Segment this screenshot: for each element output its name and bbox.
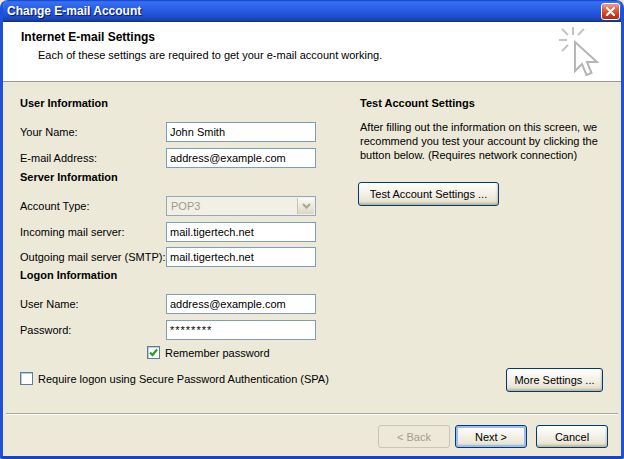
spa-checkbox-label: Require logon using Secure Password Auth… [38,373,329,385]
next-button[interactable]: Next > [455,425,527,448]
remember-password-label: Remember password [165,347,270,359]
dialog-window: Change E-mail Account Internet E-mail Se… [0,0,624,459]
back-button: < Back [378,425,450,448]
checkbox-unchecked-icon [20,372,33,385]
section-heading-logon-information: Logon Information [20,269,117,281]
your-name-label: Your Name: [20,122,78,142]
outgoing-server-label: Outgoing mail server (SMTP): [20,247,165,267]
chevron-down-icon [302,203,311,209]
spa-checkbox[interactable]: Require logon using Secure Password Auth… [20,372,329,385]
remember-password-checkbox[interactable]: Remember password [147,346,270,359]
section-heading-server-information: Server Information [20,171,118,183]
cancel-button[interactable]: Cancel [536,425,608,448]
outgoing-server-input[interactable] [166,247,316,267]
more-settings-button[interactable]: More Settings ... [506,368,603,392]
account-type-label: Account Type: [20,196,90,216]
section-heading-test-account-settings: Test Account Settings [360,97,475,109]
incoming-server-input[interactable] [166,222,316,242]
checkbox-checked-icon [147,346,160,359]
test-account-settings-button[interactable]: Test Account Settings ... [358,182,499,206]
account-type-value: POP3 [171,200,200,212]
section-heading-user-information: User Information [20,97,108,109]
close-button[interactable] [601,3,620,20]
email-address-input[interactable] [166,148,316,168]
email-address-label: E-mail Address: [20,148,97,168]
user-name-input[interactable] [166,294,316,314]
footer-divider [6,413,618,415]
cursor-sparkle-icon [556,26,604,82]
check-icon [149,348,158,357]
window-title: Change E-mail Account [0,4,141,18]
password-label: Password: [20,320,71,340]
password-input[interactable] [166,320,316,340]
wizard-header: Internet E-mail Settings Each of these s… [0,22,624,82]
dialog-body: User Information Your Name: E-mail Addre… [0,83,624,456]
test-account-description: After filling out the information on thi… [360,120,616,162]
dropdown-arrow-button [297,198,314,214]
titlebar[interactable]: Change E-mail Account [0,0,624,22]
header-title: Internet E-mail Settings [21,30,155,44]
account-type-dropdown: POP3 [166,196,316,216]
close-icon [606,7,615,16]
incoming-server-label: Incoming mail server: [20,222,125,242]
user-name-label: User Name: [20,294,79,314]
your-name-input[interactable] [166,122,316,142]
header-subtitle: Each of these settings are required to g… [38,49,382,61]
